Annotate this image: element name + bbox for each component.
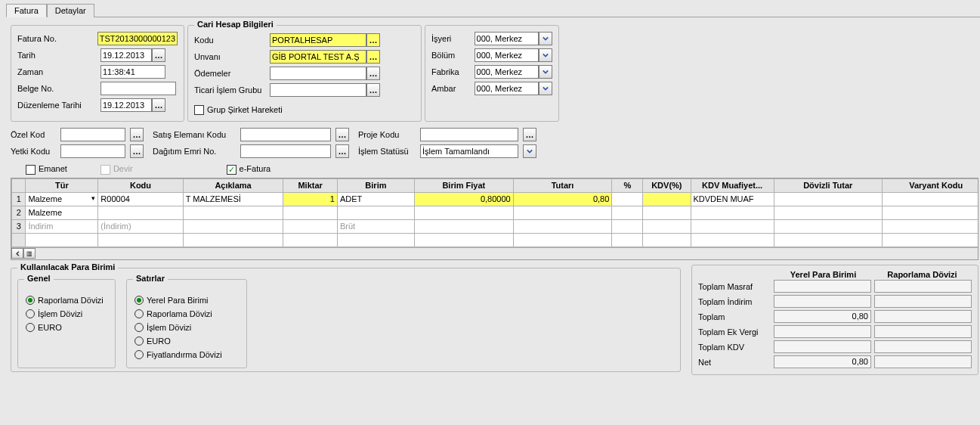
col-kdv-muafiyet[interactable]: KDV Muafiyet... (691, 178, 774, 192)
col-birim-fiyat[interactable]: Birim Fiyat (414, 178, 513, 192)
cell-birim[interactable]: Brüt (337, 219, 414, 233)
duzenleme-tarihi-picker-button[interactable]: … (152, 98, 165, 112)
scroll-left-button[interactable] (11, 248, 23, 259)
cell-tutari[interactable]: 0,80 (513, 192, 612, 206)
cell-kdv-yuzde[interactable] (643, 192, 691, 206)
grid-row[interactable] (12, 233, 978, 247)
radio-satir-yerel[interactable]: Yerel Para Birimi (134, 293, 239, 307)
cari-kodu-input[interactable]: PORTALHESAP (270, 33, 366, 47)
islem-statusu-dropdown-button[interactable] (523, 144, 536, 158)
radio-genel-islem[interactable]: İşlem Dövizi (26, 307, 107, 321)
genel-title: Genel (24, 274, 54, 283)
cell-tur[interactable]: Malzeme▾ (26, 192, 98, 206)
col-yuzde[interactable]: % (612, 178, 643, 192)
grup-sirket-checkbox[interactable] (194, 105, 204, 115)
satis-elemani-input[interactable] (240, 128, 331, 141)
emanet-wrap[interactable]: Emanet (26, 164, 67, 175)
ambar-select[interactable]: 000, Merkez (475, 82, 539, 95)
duzenleme-tarihi-input[interactable]: 19.12.2013 (100, 98, 152, 112)
tab-detaylar[interactable]: Detaylar (47, 4, 94, 17)
col-aciklama[interactable]: Açıklama (183, 178, 283, 192)
grid-row[interactable]: 2 Malzeme (12, 206, 978, 219)
totals-col-raporlama: Raporlama Dövizi (873, 270, 972, 279)
satis-elemani-lookup-button[interactable]: … (335, 128, 349, 141)
ozel-kod-lookup-button[interactable]: … (130, 128, 144, 141)
fatura-no-label: Fatura No. (17, 34, 97, 43)
ticari-islem-grubu-input[interactable] (270, 83, 366, 97)
cari-unvani-lookup-button[interactable]: … (366, 50, 380, 64)
emanet-checkbox[interactable] (26, 165, 36, 175)
ambar-dropdown-button[interactable] (539, 82, 552, 95)
ozel-kod-input[interactable] (60, 128, 125, 141)
col-tur[interactable]: Tür (26, 178, 98, 192)
dagitim-emri-label: Dağıtım Emri No. (153, 147, 236, 156)
cari-unvani-input[interactable]: GİB PORTAL TEST A.Ş (270, 50, 366, 64)
col-kdv-yuzde[interactable]: KDV(%) (643, 178, 691, 192)
belge-no-label: Belge No. (17, 84, 100, 93)
grid-row[interactable]: 1 Malzeme▾ R00004 T MALZEMESİ 1 ADET 0,8… (12, 192, 978, 206)
col-varyant-kodu[interactable]: Varyant Kodu (882, 178, 978, 192)
grid-hscroll[interactable]: ▥ (11, 247, 978, 259)
dagitim-emri-input[interactable] (240, 144, 331, 158)
toplam-masraf-yerel (774, 280, 871, 293)
radio-satir-islem[interactable]: İşlem Dövizi (134, 321, 239, 334)
chevron-down-icon[interactable]: ▾ (91, 194, 95, 202)
cell-miktar[interactable]: 1 (283, 192, 337, 206)
col-kodu[interactable]: Kodu (98, 178, 183, 192)
cell-dovizli-tutar[interactable] (774, 192, 882, 206)
fabrika-dropdown-button[interactable] (539, 65, 552, 79)
lines-grid[interactable]: Tür Kodu Açıklama Miktar Birim Birim Fiy… (11, 178, 978, 260)
yetki-kodu-input[interactable] (60, 144, 125, 158)
toplam-indirim-yerel (774, 295, 871, 308)
proje-kodu-lookup-button[interactable]: … (523, 128, 536, 141)
belge-no-input[interactable] (100, 82, 176, 95)
bolum-select[interactable]: 000, Merkez (475, 48, 539, 62)
fabrika-select[interactable]: 000, Merkez (475, 65, 539, 79)
radio-satir-raporlama[interactable]: Raporlama Dövizi (134, 307, 239, 321)
radio-genel-raporlama[interactable]: Raporlama Dövizi (26, 293, 107, 307)
isyeri-dropdown-button[interactable] (539, 32, 552, 45)
cell-tur[interactable]: Malzeme (26, 206, 98, 219)
grid-row[interactable]: 3 İndirim (İndirim) Brüt (12, 219, 978, 233)
cell-birim-fiyat[interactable]: 0,80000 (414, 192, 513, 206)
net-raporlama (874, 355, 972, 368)
net-yerel: 0,80 (774, 355, 871, 368)
dagitim-emri-lookup-button[interactable]: … (335, 144, 349, 158)
radio-satir-fiyatlandirma[interactable]: Fiyatlandırma Dövizi (134, 348, 239, 361)
fatura-no-input[interactable]: TST2013000000123 (97, 32, 178, 45)
ticari-islem-grubu-lookup-button[interactable]: … (366, 83, 380, 97)
col-dovizli-tutar[interactable]: Dövizli Tutar (774, 178, 882, 192)
cell-kodu[interactable]: R00004 (98, 192, 183, 206)
odemeler-input[interactable] (270, 67, 366, 80)
efatura-checkbox[interactable] (227, 165, 236, 175)
toplam-raporlama (874, 310, 972, 323)
cell-tur[interactable]: İndirim (26, 219, 98, 233)
cell-kdv-muafiyet[interactable]: KDVDEN MUAF (691, 192, 774, 206)
isyeri-select[interactable]: 000, Merkez (475, 32, 539, 45)
cari-kodu-lookup-button[interactable]: … (366, 33, 380, 47)
cell-birim[interactable]: ADET (337, 192, 414, 206)
efatura-wrap[interactable]: e-Fatura (227, 164, 271, 175)
cell-yuzde[interactable] (612, 192, 643, 206)
odemeler-lookup-button[interactable]: … (366, 67, 380, 80)
radio-satir-euro[interactable]: EURO (134, 334, 239, 348)
zaman-input[interactable]: 11:38:41 (100, 65, 165, 79)
tarih-input[interactable]: 19.12.2013 (100, 48, 152, 62)
col-miktar[interactable]: Miktar (283, 178, 337, 192)
yetki-kodu-lookup-button[interactable]: … (130, 144, 144, 158)
scroll-columns-icon[interactable]: ▥ (23, 248, 36, 259)
radio-genel-euro[interactable]: EURO (26, 321, 107, 334)
toplam-yerel: 0,80 (774, 310, 871, 323)
col-birim[interactable]: Birim (337, 178, 414, 192)
cell-kodu[interactable]: (İndirim) (98, 219, 183, 233)
cell-aciklama[interactable]: T MALZEMESİ (183, 192, 283, 206)
proje-kodu-input[interactable] (420, 128, 518, 141)
tarih-picker-button[interactable]: … (152, 48, 165, 62)
totals-col-yerel: Yerel Para Birimi (774, 270, 873, 279)
tab-fatura[interactable]: Fatura (6, 4, 47, 17)
islem-statusu-select[interactable]: İşlem Tamamlandı (420, 144, 518, 158)
cell-varyant-kodu[interactable] (882, 192, 978, 206)
bolum-dropdown-button[interactable] (539, 48, 552, 62)
toplam-masraf-raporlama (874, 280, 972, 293)
col-tutari[interactable]: Tutarı (513, 178, 612, 192)
